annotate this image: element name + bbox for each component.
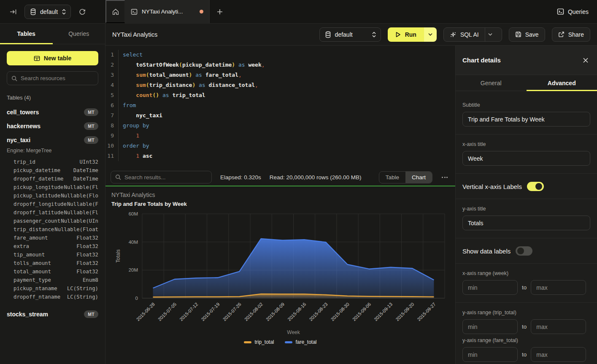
column-type: DateTime [73, 176, 98, 182]
line-content: 1 [118, 131, 139, 141]
view-toggle-chart[interactable]: Chart [405, 172, 432, 183]
yaxis-range-fare-min-input[interactable] [462, 347, 518, 362]
resource-search-input[interactable] [21, 75, 95, 81]
database-icon [325, 31, 331, 38]
panel-tab-advanced[interactable]: Advanced [527, 75, 597, 91]
code-line-9: 9 1 [105, 131, 455, 141]
column-name: dropoff_datetime [14, 176, 63, 182]
queries-button[interactable]: Queries [557, 8, 589, 15]
sql-ai-options-button[interactable] [485, 28, 496, 41]
read-stat: Read: 20,000,000 rows (260.00 MB) [270, 174, 362, 181]
legend-swatch [244, 341, 251, 343]
queries-console-icon [557, 8, 564, 15]
chevron-down-icon [488, 33, 492, 36]
yaxis-range-fare-row: to [462, 347, 590, 362]
svg-text:2015-07-12: 2015-07-12 [178, 302, 199, 322]
data-labels-label: Show data labels [462, 248, 511, 255]
svg-text:40M: 40M [129, 240, 138, 245]
vertical-labels-toggle[interactable] [527, 182, 544, 191]
table-row-stocks_stream[interactable]: stocks_streamMT [0, 307, 105, 321]
line-content: sum(total_amount) as fare_total, [118, 70, 242, 80]
column-name: dropoff_longitude [14, 201, 67, 207]
panel-close-button[interactable] [581, 56, 590, 65]
share-button-label: Share [568, 31, 584, 38]
column-type: Nullable(Flo [61, 193, 98, 199]
sql-ai-button[interactable]: SQL AI [443, 27, 502, 42]
topbar-database-selector[interactable]: default [24, 5, 71, 19]
subtitle-field-label: Subtitle [462, 102, 590, 108]
run-button-label: Run [405, 31, 416, 38]
engine-badge: MT [84, 122, 98, 130]
line-number: 9 [105, 131, 118, 141]
yaxis-range-trip-min-input[interactable] [462, 319, 518, 334]
xaxis-title-input[interactable] [462, 151, 590, 166]
column-row-extra: extraFloat32 [0, 242, 105, 251]
new-tab-button[interactable] [210, 0, 230, 23]
view-toggle-table[interactable]: Table [379, 172, 405, 183]
run-options-button[interactable] [424, 27, 437, 42]
xaxis-range-min-input[interactable] [462, 280, 518, 295]
yaxis-title-field-label: y-axis title [462, 206, 590, 212]
legend-label: fare_total [295, 339, 316, 345]
home-tab-button[interactable] [105, 0, 125, 23]
yaxis-range-fare-max-input[interactable] [531, 347, 586, 362]
tab-nytaxi-analytics[interactable]: NYTaxi Analyti... [125, 0, 210, 23]
topbar-left: default [0, 0, 105, 23]
column-name: pickup_latitude [14, 193, 60, 199]
plus-icon [217, 9, 223, 15]
range-to-label: to [522, 284, 527, 291]
subtitle-input[interactable] [462, 112, 590, 127]
legend-item-fare_total[interactable]: fare_total [285, 339, 316, 345]
line-content: count() as trip_total [118, 90, 205, 100]
panel-tab-general[interactable]: General [456, 75, 527, 91]
sql-ai-label: SQL AI [460, 31, 479, 38]
chart-titles: NYTaxi Analytics Trip and Fare Totals by… [111, 191, 187, 207]
table-row-hackernews[interactable]: hackernewsMT [0, 119, 105, 133]
column-row-dropoff_datetime: dropoff_datetimeDateTime [0, 175, 105, 183]
data-labels-toggle[interactable] [516, 246, 532, 256]
query-database-selector[interactable]: default [319, 27, 381, 42]
sidebar-tab-queries[interactable]: Queries [53, 24, 105, 44]
column-type: Float32 [76, 235, 98, 241]
refresh-button[interactable] [77, 6, 88, 17]
legend-item-trip_total[interactable]: trip_total [244, 339, 274, 345]
panel-header: Chart details [456, 46, 597, 75]
top-bar: default NYTaxi Analyti... [0, 0, 597, 24]
line-number: 4 [105, 80, 118, 90]
yaxis-title-input[interactable] [462, 216, 590, 230]
table-row-nyc_taxi[interactable]: nyc_taxiMT [0, 133, 105, 147]
share-button[interactable]: Share [552, 27, 590, 42]
line-number: 7 [105, 111, 118, 121]
code-line-3: 3 sum(total_amount) as fare_total, [105, 70, 455, 80]
xaxis-range-max-input[interactable] [531, 280, 586, 295]
divider [456, 199, 597, 199]
line-number: 2 [105, 60, 118, 70]
table-row-cell_towers[interactable]: cell_towersMT [0, 105, 105, 119]
line-content: nyc_taxi [118, 111, 162, 121]
divider [456, 173, 597, 174]
sql-editor[interactable]: 1select2 toStartOfWeek(pickup_datetime) … [105, 46, 455, 169]
line-content: select [118, 50, 143, 60]
save-button[interactable]: Save [509, 27, 545, 42]
divider [456, 134, 597, 135]
query-database-value: default [335, 31, 353, 38]
yaxis-range-trip-max-input[interactable] [531, 319, 586, 334]
results-toolbar: Elapsed: 0.320s Read: 20,000,000 rows (2… [105, 169, 455, 186]
new-table-button[interactable]: New table [7, 51, 98, 65]
console-tab-icon [131, 8, 138, 15]
column-name: passenger_count [14, 218, 60, 224]
yaxis-range-fare-group: y-axis range (fare_total) to [462, 337, 590, 362]
engine-badge: MT [84, 108, 98, 116]
column-name: dropoff_ntaname [14, 294, 60, 300]
results-more-button[interactable] [441, 175, 450, 180]
svg-text:20M: 20M [129, 267, 138, 272]
code-line-11: 11 1 asc [105, 151, 455, 161]
column-row-trip_distance: trip_distanceNullable(Float [0, 225, 105, 234]
collapse-sidebar-button[interactable] [8, 6, 19, 17]
results-search-input[interactable] [124, 174, 207, 181]
run-button[interactable]: Run [388, 27, 424, 42]
sidebar-tab-tables[interactable]: Tables [0, 24, 53, 44]
column-name: tolls_amount [14, 260, 51, 266]
query-header: NYTaxi Analytics default [105, 24, 597, 46]
column-name: pickup_longitude [14, 184, 63, 190]
